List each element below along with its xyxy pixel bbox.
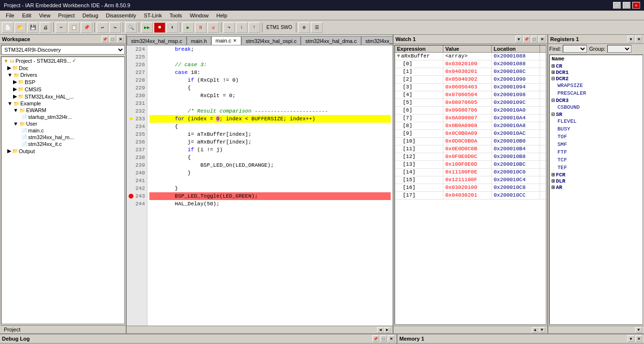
tab-main-c[interactable]: main.c ✕ — [211, 36, 241, 45]
cut-button[interactable]: ✂ — [56, 22, 67, 33]
reg-fcr[interactable]: ⊞FCR — [550, 172, 643, 178]
watch-row-5[interactable]: [5] 0x08070605 0x2000109C — [395, 99, 546, 107]
workspace-float-button[interactable]: □ — [109, 36, 116, 43]
reg-prescaler[interactable]: PRESCALER — [550, 89, 643, 97]
debug-float[interactable]: □ — [380, 335, 387, 342]
break-button[interactable]: ⏸ — [195, 22, 206, 33]
tab-hal-ospi[interactable]: stm32l4xx_hal_ospi.c — [241, 36, 301, 45]
tree-it-c[interactable]: 📄 stm32l4xx_it.c — [1, 141, 124, 147]
menu-project[interactable]: Project — [54, 12, 78, 19]
reg-nav-down[interactable]: ▼ — [635, 327, 642, 333]
undo-button[interactable]: ↩ — [97, 22, 108, 33]
reg-busy[interactable]: BUSY — [550, 125, 643, 133]
watch-float[interactable]: □ — [531, 36, 538, 43]
menu-edit[interactable]: Edit — [18, 12, 35, 19]
dl-button[interactable]: ⬇ — [166, 22, 178, 33]
watch-row-11[interactable]: [11] 0x0E0D0C0B 0x200010B4 — [395, 145, 546, 153]
step-over-button[interactable]: ↷ — [223, 22, 235, 33]
tree-main-c[interactable]: 📄 main.c — [1, 127, 124, 134]
menu-view[interactable]: View — [35, 12, 55, 19]
menu-tools[interactable]: Tools — [166, 12, 186, 19]
workspace-dropdown[interactable]: STM32L4R9I-Discovery — [1, 45, 125, 55]
reg-ar[interactable]: ⊞AR — [550, 184, 643, 190]
extra-button[interactable]: ☰ — [311, 22, 322, 33]
watch-row-6[interactable]: [6] 0x09080706 0x200010A0 — [395, 107, 546, 115]
menu-help[interactable]: Help — [213, 12, 232, 19]
watch-row-arxbuffer[interactable]: ▼aRxBuffer <array> 0x20001088 — [395, 53, 546, 60]
watch-table[interactable]: Expression Value Location ▼aRxBuffer <ar… — [395, 45, 546, 325]
watch-nav-up[interactable]: ▲ — [532, 327, 539, 333]
reg-ftf[interactable]: FTF — [550, 148, 643, 156]
watch-close[interactable]: ✕ — [539, 36, 545, 43]
watch-row-17[interactable]: [17] 0x04030201 0x200010CC — [395, 192, 546, 200]
tree-doc[interactable]: ▶ 📁 Doc — [1, 64, 124, 72]
tree-output[interactable]: ▶ 📁 Output — [1, 147, 124, 155]
menu-stlink[interactable]: ST-Link — [140, 12, 165, 19]
reg-dlr[interactable]: ⊞DLR — [550, 178, 643, 184]
watch-nav-down[interactable]: ▼ — [539, 327, 545, 333]
tab-hal-msp[interactable]: stm32l4xx_hal_msp.c — [127, 36, 187, 45]
watch-row-14[interactable]: [14] 0x11100F0E 0x200010C0 — [395, 169, 546, 176]
step-out-button[interactable]: ↑ — [249, 22, 260, 33]
watch-row-2[interactable]: [2] 0x05040302 0x20001090 — [395, 76, 546, 84]
watch-col-expression[interactable]: Expression — [395, 45, 443, 52]
tree-hal-m[interactable]: 📄 stm32l4xx_hal_m... — [1, 134, 124, 141]
reg-tef[interactable]: TEF — [550, 164, 643, 172]
paste-button[interactable]: 📌 — [81, 22, 92, 33]
watch-pin[interactable]: 📌 — [523, 36, 530, 43]
open-button[interactable]: 📂 — [15, 22, 26, 33]
source-code[interactable]: break; // case 3: case 18: if (RxCplt !=… — [147, 45, 393, 326]
redo-button[interactable]: ↪ — [109, 22, 121, 33]
watch-row-1[interactable]: [1] 0x04030201 0x2000108C — [395, 68, 546, 76]
menu-file[interactable]: File — [2, 12, 18, 19]
reg-sr[interactable]: ⊟SR — [550, 111, 643, 117]
watch-row-16[interactable]: [16] 0x03020100 0x200010C8 — [395, 184, 546, 192]
reg-tof[interactable]: TOF — [550, 133, 643, 141]
new-button[interactable]: 📄 — [2, 22, 14, 33]
reg-cr[interactable]: ⊞CR — [550, 63, 643, 69]
tree-user[interactable]: ▼ 📁 User — [1, 120, 124, 127]
memory-dropdown[interactable]: ▼ — [628, 335, 634, 342]
tree-drivers[interactable]: ▼ 📁 Drivers — [1, 72, 124, 78]
reg-flevel[interactable]: FLEVEL — [550, 117, 643, 125]
reg-wrapsize[interactable]: WRAPSIZE — [550, 82, 643, 89]
compile-button[interactable]: ▶▶ — [141, 22, 153, 33]
watch-row-3[interactable]: [3] 0x06050403 0x20001094 — [395, 84, 546, 91]
step-into-button[interactable]: ↓ — [236, 22, 248, 33]
watch-row-12[interactable]: [12] 0x0F0E0D0C 0x200010B8 — [395, 153, 546, 161]
workspace-close-button[interactable]: ✕ — [117, 36, 124, 43]
watch-row-15[interactable]: [15] 0x1211100F 0x200010C4 — [395, 176, 546, 184]
tree-example[interactable]: ▼ 📁 Example — [1, 100, 124, 107]
copy-button[interactable]: 📋 — [68, 22, 80, 33]
code-scroll[interactable]: 224 225 226 227 228 229 230 231 232 ▶ 23… — [127, 45, 393, 326]
minimize-button[interactable]: — — [613, 2, 621, 9]
workspace-pin-button[interactable]: 📌 — [102, 36, 108, 43]
watch-col-location[interactable]: Location — [492, 45, 540, 52]
reg-tcf[interactable]: TCF — [550, 156, 643, 164]
nav-next[interactable]: ▶ — [384, 327, 391, 333]
tree-bsp[interactable]: ▶ 📁 BSP — [1, 78, 124, 86]
watch-row-9[interactable]: [9] 0x0C0B0A09 0x200010AC — [395, 130, 546, 138]
maximize-button[interactable]: □ — [623, 2, 630, 9]
debug-close[interactable]: ✕ — [388, 335, 395, 342]
reg-close[interactable]: ✕ — [635, 36, 642, 43]
tree-startup[interactable]: 📄 startup_stm32l4r... — [1, 114, 124, 120]
go-button[interactable]: ▶ — [182, 22, 194, 33]
settings-button[interactable]: ⚙ — [298, 22, 310, 33]
memory-close[interactable]: ✕ — [635, 335, 642, 342]
reg-csbound[interactable]: CSBOUND — [550, 103, 643, 111]
tab-close-main-c[interactable]: ✕ — [233, 38, 237, 43]
watch-dropdown[interactable]: ▼ — [515, 36, 522, 43]
menu-disassembly[interactable]: Disassembly — [102, 12, 140, 19]
find-input[interactable] — [563, 45, 587, 53]
tab-hal-dma[interactable]: stm32l4xx_hal_dma.c — [301, 36, 361, 45]
watch-row-8[interactable]: [8] 0x0B0A0908 0x200010A8 — [395, 122, 546, 130]
tree-hal[interactable]: ▶ 📁 STM32L4xx_HAL_... — [1, 93, 124, 100]
tab-main-h[interactable]: main.h — [187, 36, 211, 45]
save-button[interactable]: 💾 — [27, 22, 39, 33]
watch-row-10[interactable]: [10] 0x0D0C0B0A 0x200010B0 — [395, 138, 546, 145]
tree-project[interactable]: ▼ 🗂 Project - STM32L4R9... ✓ — [1, 57, 124, 64]
watch-row-7[interactable]: [7] 0x0A090807 0x200010A4 — [395, 115, 546, 122]
watch-col-value[interactable]: Value — [443, 45, 492, 52]
menu-window[interactable]: Window — [186, 12, 212, 19]
